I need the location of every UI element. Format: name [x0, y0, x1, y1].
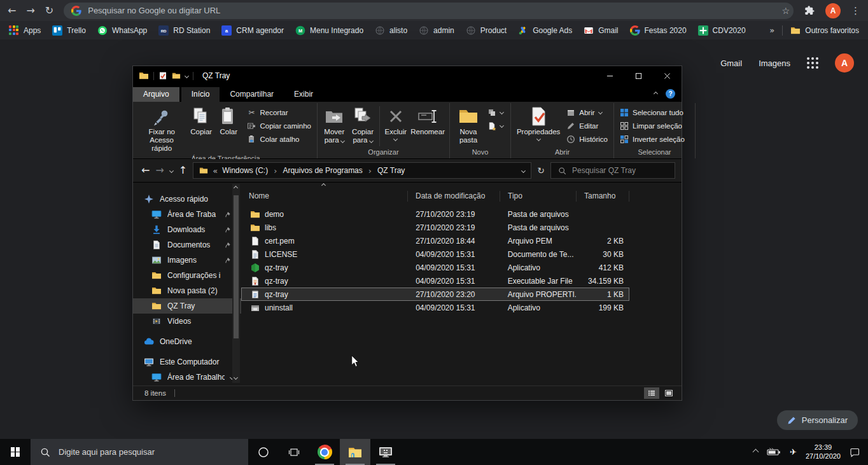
- taskbar-search-input[interactable]: Digite aqui para pesquisar: [31, 439, 248, 465]
- browser-forward-icon[interactable]: →: [26, 6, 34, 16]
- tab-arquivo[interactable]: Arquivo: [133, 87, 179, 102]
- extensions-puzzle-icon[interactable]: [804, 5, 815, 17]
- bookmark-google-ads[interactable]: Google Ads: [518, 25, 572, 36]
- bookmark-crm-agendor[interactable]: aCRM agendor: [221, 25, 284, 36]
- help-icon[interactable]: ?: [666, 89, 675, 99]
- minimize-button[interactable]: [596, 66, 624, 85]
- tab-inicio[interactable]: Início: [181, 87, 220, 102]
- customize-chrome-button[interactable]: Personalizar: [777, 410, 858, 430]
- file-row-cert-pem-2[interactable]: cert.pem27/10/2020 18:44Arquivo PEM2 KB: [241, 234, 629, 247]
- google-account-avatar[interactable]: A: [835, 53, 854, 73]
- action-center-icon[interactable]: [850, 447, 860, 457]
- bookmark-rd-station[interactable]: RDRD Station: [158, 25, 210, 36]
- open-button[interactable]: Abrir: [564, 106, 610, 119]
- sidebar-item-este-computador[interactable]: Este Computador: [133, 354, 241, 370]
- bookmark-cdv2020[interactable]: CDV2020: [698, 25, 746, 36]
- scrollbar-thumb[interactable]: [234, 195, 239, 338]
- move-to-button[interactable]: Mover para: [321, 105, 348, 146]
- scroll-down-icon[interactable]: [234, 375, 238, 380]
- gmail-link[interactable]: Gmail: [720, 59, 742, 68]
- refresh-icon[interactable]: ↻: [537, 165, 545, 176]
- bookmark-whatsapp[interactable]: WhatsApp: [97, 25, 147, 36]
- sidebar-scrollbar[interactable]: [232, 184, 240, 383]
- bookmark-product[interactable]: Product: [466, 25, 507, 36]
- file-row-libs-1[interactable]: libs27/10/2020 23:19Pasta de arquivos: [241, 221, 629, 234]
- paste-shortcut-button[interactable]: Colar atalho: [244, 132, 314, 146]
- taskbar-app-button[interactable]: [370, 439, 401, 465]
- file-row-demo-0[interactable]: demo27/10/2020 23:19Pasta de arquivos: [241, 207, 629, 221]
- rename-button[interactable]: Renomear: [409, 105, 446, 137]
- taskbar-chrome-button[interactable]: [309, 439, 340, 465]
- easy-access-button[interactable]: [485, 106, 506, 119]
- cut-button[interactable]: ✂ Recortar: [244, 106, 314, 119]
- column-header-data[interactable]: Data de modificação: [408, 191, 500, 202]
- task-view-button[interactable]: [279, 439, 309, 465]
- tab-exibir[interactable]: Exibir: [284, 87, 323, 102]
- nav-up-icon[interactable]: ↑: [179, 165, 187, 176]
- address-bar[interactable]: Pesquisar no Google ou digitar URL ☆: [64, 3, 794, 19]
- other-bookmarks-folder[interactable]: Outros favoritos: [790, 25, 859, 36]
- qat-new-folder-icon[interactable]: [172, 71, 181, 80]
- sidebar-item-downloads[interactable]: Downloads: [133, 222, 241, 237]
- bookmarks-overflow-icon[interactable]: »: [769, 25, 774, 35]
- thumbnails-view-button[interactable]: [661, 387, 676, 399]
- sidebar-item-qz-tray[interactable]: QZ Tray: [133, 298, 241, 314]
- sidebar-item-rea-de-trabalho[interactable]: Área de Trabalho: [133, 370, 241, 385]
- clear-selection-button[interactable]: Limpar seleção: [617, 119, 687, 132]
- browser-menu-icon[interactable]: ⋮: [851, 5, 860, 17]
- sidebar-item-acesso-r-pido[interactable]: Acesso rápido: [133, 191, 241, 207]
- bookmark-admin[interactable]: admin: [419, 25, 454, 36]
- sidebar-item-nova-pasta-2[interactable]: Nova pasta (2): [133, 283, 241, 298]
- file-row-license-3[interactable]: LICENSE04/09/2020 15:31Documento de Te..…: [241, 247, 629, 261]
- bookmark-apps[interactable]: Apps: [9, 25, 41, 36]
- explorer-search-input[interactable]: Pesquisar QZ Tray: [550, 162, 675, 179]
- taskbar-explorer-button[interactable]: [340, 439, 370, 465]
- bookmark-festas-2020[interactable]: Festas 2020: [630, 25, 687, 36]
- battery-icon[interactable]: [767, 448, 781, 456]
- close-button[interactable]: [653, 66, 682, 85]
- sidebar-item-onedrive[interactable]: OneDrive: [133, 334, 241, 349]
- copy-button[interactable]: Copiar: [187, 105, 215, 137]
- file-row-qz-tray-5[interactable]: qz-tray04/09/2020 15:31Executable Jar Fi…: [241, 274, 629, 288]
- pin-to-quick-access-button[interactable]: Fixar no Acesso rápido: [137, 105, 186, 154]
- sidebar-item-configura-es-i[interactable]: Configurações i: [133, 268, 241, 283]
- tab-compartilhar[interactable]: Compartilhar: [220, 87, 284, 102]
- browser-back-icon[interactable]: ←: [8, 6, 16, 16]
- address-breadcrumb-bar[interactable]: « Windows (C:) › Arquivos de Programas ›…: [193, 162, 531, 179]
- edit-button[interactable]: Editar: [564, 119, 610, 132]
- history-button[interactable]: Histórico: [564, 132, 610, 146]
- browser-avatar[interactable]: A: [825, 3, 841, 18]
- address-dropdown-icon[interactable]: [521, 168, 526, 172]
- sidebar-item-rea-de-traba[interactable]: Área de Traba: [133, 207, 241, 222]
- delete-button[interactable]: Excluir: [383, 105, 408, 142]
- copy-path-button[interactable]: Copiar caminho: [244, 119, 314, 132]
- sidebar-item-imagens[interactable]: Imagens: [133, 253, 241, 268]
- breadcrumb-arquivos-de-programas[interactable]: Arquivos de Programas: [283, 166, 362, 175]
- google-apps-grid-icon[interactable]: [807, 57, 818, 69]
- select-all-button[interactable]: Selecionar tudo: [617, 106, 687, 119]
- images-link[interactable]: Imagens: [759, 59, 790, 68]
- breadcrumb-windows-c[interactable]: Windows (C:): [222, 166, 268, 175]
- bookmark-gmail[interactable]: Gmail: [584, 25, 618, 36]
- column-header-tamanho[interactable]: Tamanho: [577, 191, 629, 202]
- file-row-qz-tray-4[interactable]: qz-tray04/09/2020 15:31Aplicativo412 KB: [241, 261, 629, 274]
- crumbs-overflow-icon[interactable]: «: [213, 166, 218, 176]
- file-row-qz-tray-6[interactable]: qz-tray27/10/2020 23:20Arquivo PROPERTI.…: [241, 288, 629, 301]
- invert-selection-button[interactable]: Inverter seleção: [617, 132, 687, 146]
- properties-button[interactable]: Propriedades: [514, 105, 563, 142]
- sidebar-item-v-deos[interactable]: Vídeos: [133, 314, 241, 329]
- maximize-button[interactable]: [624, 66, 653, 85]
- browser-reload-icon[interactable]: ↻: [45, 6, 53, 16]
- bookmark-menu-integrado[interactable]: MMenu Integrado: [295, 25, 363, 36]
- bookmark-alisto[interactable]: alisto: [375, 25, 407, 36]
- qat-customize-icon[interactable]: [185, 73, 189, 78]
- taskbar-clock[interactable]: 23:39 27/10/2020: [806, 443, 841, 461]
- bookmark-trello[interactable]: Trello: [52, 25, 86, 36]
- nav-forward-icon[interactable]: →: [155, 165, 164, 176]
- nav-history-caret-icon[interactable]: [169, 168, 174, 172]
- new-folder-button[interactable]: Nova pasta: [453, 105, 484, 146]
- new-item-button[interactable]: [485, 119, 506, 132]
- airplane-mode-icon[interactable]: ✈: [790, 447, 797, 457]
- hidden-icons-icon[interactable]: [753, 449, 759, 455]
- nav-back-icon[interactable]: ←: [141, 165, 150, 176]
